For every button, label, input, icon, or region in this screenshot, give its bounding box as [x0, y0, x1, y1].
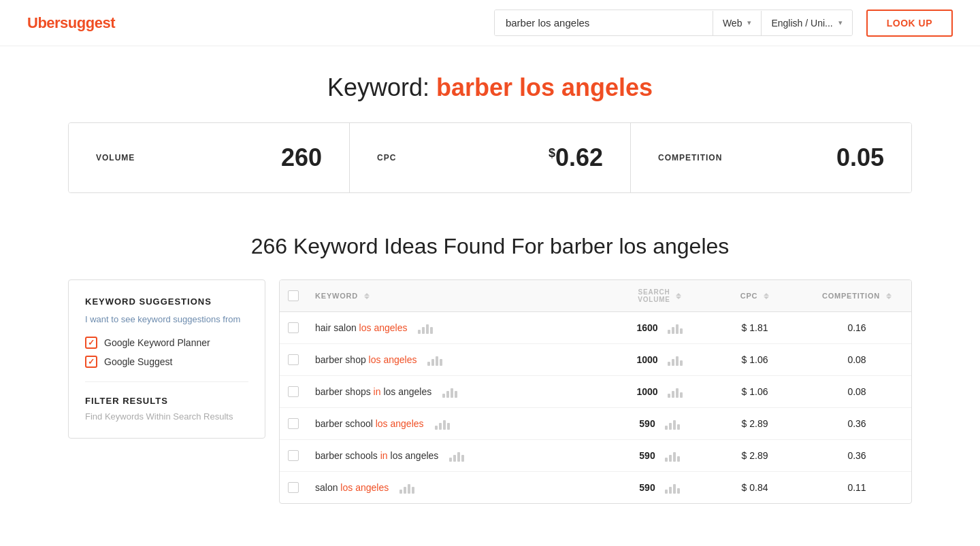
checkbox-icon[interactable]: ✓: [85, 337, 97, 349]
th-checkbox: [280, 290, 307, 301]
th-competition[interactable]: COMPETITION: [802, 292, 911, 300]
row-competition-1: 0.08: [802, 354, 911, 365]
row-checkbox-3[interactable]: [288, 418, 299, 429]
chevron-down-icon: ▾: [747, 18, 751, 27]
row-cpc-3: $ 2.89: [707, 418, 802, 429]
competition-label: COMPETITION: [658, 153, 722, 163]
row-checkbox-cell: [280, 418, 307, 429]
competition-value: 0.05: [836, 143, 884, 172]
checkbox-google-keyword-planner[interactable]: ✓ Google Keyword Planner: [85, 337, 248, 349]
row-competition-2: 0.08: [802, 386, 911, 397]
row-competition-5: 0.11: [802, 482, 911, 493]
web-dropdown-button[interactable]: Web ▾: [713, 11, 762, 35]
table-row: hair salon los angeles 1600 $ 1.81 0.16: [280, 312, 911, 344]
row-keyword-2: barber shops in los angeles: [307, 386, 612, 398]
row-keyword-3: barber school los angeles: [307, 417, 612, 430]
row-checkbox-4[interactable]: [288, 450, 299, 461]
search-bar: Web ▾ English / Uni... ▾: [494, 10, 853, 36]
table-row: barber shops in los angeles 1000 $ 1.06 …: [280, 376, 911, 408]
volume-sparkbar-icon: [665, 417, 680, 430]
stats-cards: VOLUME 260 CPC $0.62 COMPETITION 0.05: [68, 122, 912, 193]
row-keyword-4: barber schools in los angeles: [307, 449, 612, 462]
ideas-title: 266 Keyword Ideas Found For barber los a…: [68, 234, 912, 259]
row-competition-4: 0.36: [802, 450, 911, 461]
volume-bar-icon: [435, 417, 450, 430]
select-all-checkbox[interactable]: [288, 290, 299, 301]
volume-sparkbar-icon: [668, 322, 683, 334]
header: Ubersuggest Web ▾ English / Uni... ▾ LOO…: [0, 0, 980, 46]
keyword-highlight: barber los angeles: [436, 73, 653, 101]
cpc-currency: $: [549, 146, 555, 160]
th-keyword[interactable]: KEYWORD: [307, 292, 612, 300]
sidebar: KEYWORD SUGGESTIONS I want to see keywor…: [68, 279, 265, 439]
row-checkbox-1[interactable]: [288, 354, 299, 365]
table-row: barber shop los angeles 1000 $ 1.06 0.08: [280, 344, 911, 376]
keyword-table: KEYWORD SEARCH VOLUME: [279, 279, 912, 504]
checkbox-icon[interactable]: ✓: [85, 356, 97, 368]
row-checkbox-cell: [280, 482, 307, 493]
sort-cpc-icon: [764, 293, 769, 299]
row-volume-3: 590: [612, 417, 707, 430]
row-volume-0: 1600: [612, 322, 707, 334]
keyword-title: Keyword: barber los angeles: [68, 73, 912, 102]
keyword-suggestions-desc: I want to see keyword suggestions from: [85, 313, 248, 326]
keyword-title-section: Keyword: barber los angeles: [68, 46, 912, 122]
stat-card-competition: COMPETITION 0.05: [630, 123, 911, 192]
checkbox-label-google-keyword-planner: Google Keyword Planner: [104, 337, 210, 348]
checkbox-label-google-suggest: Google Suggest: [104, 356, 172, 367]
volume-sparkbar-icon: [665, 449, 680, 462]
volume-bar-icon: [399, 481, 414, 494]
row-competition-3: 0.36: [802, 418, 911, 429]
stat-card-volume: VOLUME 260: [69, 123, 349, 192]
volume-bar-icon: [427, 354, 442, 366]
sidebar-divider: [85, 381, 248, 382]
lookup-button[interactable]: LOOK UP: [866, 10, 953, 37]
stat-card-cpc: CPC $0.62: [349, 123, 630, 192]
main-content: Keyword: barber los angeles VOLUME 260 C…: [41, 46, 939, 504]
table-body: hair salon los angeles 1600 $ 1.81 0.16: [280, 312, 911, 503]
volume-sparkbar-icon: [668, 354, 683, 366]
chevron-down-icon: ▾: [838, 18, 843, 27]
row-cpc-1: $ 1.06: [707, 354, 802, 365]
row-keyword-5: salon los angeles: [307, 481, 612, 494]
row-cpc-4: $ 2.89: [707, 450, 802, 461]
row-volume-4: 590: [612, 449, 707, 462]
cpc-value: $0.62: [549, 143, 603, 172]
checkbox-google-suggest[interactable]: ✓ Google Suggest: [85, 356, 248, 368]
row-checkbox-cell: [280, 386, 307, 397]
filter-results-title: FILTER RESULTS: [85, 396, 248, 406]
row-cpc-2: $ 1.06: [707, 386, 802, 397]
volume-sparkbar-icon: [668, 386, 683, 398]
th-search-volume[interactable]: SEARCH VOLUME: [612, 288, 707, 303]
row-volume-5: 590: [612, 481, 707, 494]
row-keyword-1: barber shop los angeles: [307, 354, 612, 366]
row-checkbox-cell: [280, 322, 307, 333]
filter-results-desc: Find Keywords Within Search Results: [85, 411, 248, 422]
volume-bar-icon: [449, 449, 464, 462]
logo: Ubersuggest: [27, 14, 115, 32]
volume-value: 260: [281, 143, 322, 172]
volume-sparkbar-icon: [665, 481, 680, 494]
row-volume-1: 1000: [612, 354, 707, 366]
row-checkbox-cell: [280, 354, 307, 365]
row-checkbox-cell: [280, 450, 307, 461]
bottom-layout: KEYWORD SUGGESTIONS I want to see keywor…: [68, 279, 912, 504]
language-dropdown-button[interactable]: English / Uni... ▾: [761, 11, 851, 35]
row-checkbox-2[interactable]: [288, 386, 299, 397]
sort-keyword-icon: [364, 293, 370, 299]
row-keyword-0: hair salon los angeles: [307, 322, 612, 334]
row-competition-0: 0.16: [802, 322, 911, 333]
row-cpc-0: $ 1.81: [707, 322, 802, 333]
table-row: salon los angeles 590 $ 0.84 0.11: [280, 472, 911, 503]
volume-bar-icon: [418, 322, 433, 334]
search-input[interactable]: [495, 10, 713, 35]
sort-competition-icon: [886, 293, 892, 299]
row-checkbox-5[interactable]: [288, 482, 299, 493]
keyword-suggestions-title: KEYWORD SUGGESTIONS: [85, 296, 248, 307]
volume-label: VOLUME: [96, 153, 135, 163]
th-cpc[interactable]: CPC: [707, 292, 802, 300]
volume-bar-icon: [442, 386, 457, 398]
row-volume-2: 1000: [612, 386, 707, 398]
checkmark-icon: ✓: [88, 357, 95, 366]
row-checkbox-0[interactable]: [288, 322, 299, 333]
